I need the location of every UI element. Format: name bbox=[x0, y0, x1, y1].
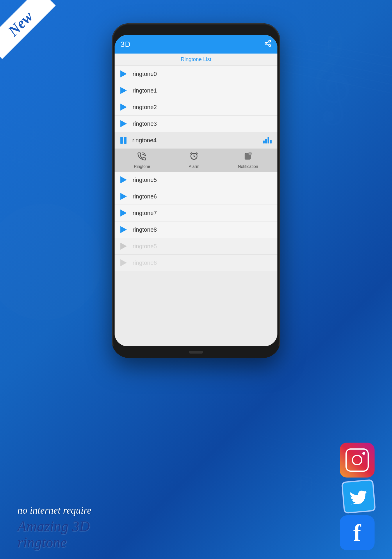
amazing-text: Amazing 3D ringtone bbox=[17, 518, 340, 550]
svg-line-31 bbox=[190, 153, 192, 154]
ringtone-action-label: Ringtone bbox=[134, 164, 150, 169]
pause-icon-4 bbox=[120, 137, 126, 144]
play-icon-0 bbox=[120, 70, 127, 77]
ringtone-item-7[interactable]: ringtone7 bbox=[115, 205, 277, 221]
new-banner-text: New bbox=[5, 8, 36, 40]
ringtone-item-8[interactable]: ringtone8 bbox=[115, 221, 277, 238]
ringtone-name-8: ringtone8 bbox=[133, 226, 272, 233]
notification-action-label: Notification bbox=[238, 164, 258, 169]
svg-line-9 bbox=[0, 125, 73, 154]
ringtone-item-0[interactable]: ringtone0 bbox=[115, 66, 277, 82]
phone-container: 3D Ringtone List bbox=[112, 23, 280, 358]
play-icon-5 bbox=[120, 176, 127, 183]
section-header: Ringtone List bbox=[115, 54, 277, 66]
ringtone-action[interactable]: Ringtone bbox=[134, 152, 150, 169]
alarm-action-icon bbox=[189, 152, 199, 163]
new-banner: New bbox=[0, 0, 67, 67]
play-icon-7 bbox=[120, 210, 127, 216]
svg-line-10 bbox=[0, 134, 73, 163]
ringtone-list: ringtone0 ringtone1 ringtone2 ringtone3 bbox=[115, 66, 277, 346]
no-internet-text: no internet require bbox=[17, 505, 340, 516]
ringtone-name-9: ringtone5 bbox=[133, 243, 272, 250]
alarm-action[interactable]: Alarm bbox=[189, 152, 199, 169]
svg-line-26 bbox=[267, 44, 269, 45]
facebook-letter: f bbox=[353, 521, 361, 544]
ringtone-name-0: ringtone0 bbox=[133, 71, 272, 77]
play-icon-9 bbox=[120, 243, 127, 250]
play-icon-10 bbox=[120, 259, 127, 266]
play-icon-6 bbox=[120, 193, 127, 200]
ringtone-item-4[interactable]: ringtone4 bbox=[115, 132, 277, 149]
section-header-text: Ringtone List bbox=[181, 56, 211, 62]
ringtone-name-4: ringtone4 bbox=[132, 137, 263, 144]
twitter-icon[interactable] bbox=[341, 479, 376, 514]
ringtone-name-7: ringtone7 bbox=[133, 210, 272, 216]
svg-line-30 bbox=[194, 156, 195, 157]
play-icon-3 bbox=[120, 120, 127, 127]
ringtone-name-3: ringtone3 bbox=[133, 120, 272, 127]
social-icons: f bbox=[340, 480, 375, 550]
phone-frame: 3D Ringtone List bbox=[112, 23, 280, 358]
ringtone-item-10[interactable]: ringtone6 bbox=[115, 255, 277, 271]
action-bar: Ringtone Alarm bbox=[115, 149, 277, 172]
notification-action[interactable]: Notification bbox=[238, 152, 258, 169]
svg-line-12 bbox=[0, 151, 73, 180]
notification-action-icon bbox=[243, 152, 253, 163]
svg-text:♪: ♪ bbox=[29, 124, 38, 143]
ringtone-item-5[interactable]: ringtone5 bbox=[115, 172, 277, 188]
play-icon-1 bbox=[120, 87, 127, 94]
amazing-text-line2: ringtone bbox=[17, 534, 67, 550]
ringtone-item-6[interactable]: ringtone6 bbox=[115, 188, 277, 205]
ringtone-name-6: ringtone6 bbox=[133, 193, 272, 200]
svg-line-11 bbox=[0, 143, 73, 172]
svg-text:♫: ♫ bbox=[320, 26, 342, 59]
app-header: 3D bbox=[115, 35, 277, 54]
svg-line-8 bbox=[0, 116, 73, 145]
svg-point-34 bbox=[248, 152, 252, 155]
svg-text:♫: ♫ bbox=[9, 145, 24, 167]
share-icon[interactable] bbox=[264, 40, 272, 49]
alarm-action-label: Alarm bbox=[189, 164, 199, 169]
instagram-icon[interactable] bbox=[340, 443, 375, 478]
facebook-icon[interactable]: f bbox=[340, 515, 375, 550]
svg-text:𝄞: 𝄞 bbox=[305, 28, 353, 126]
play-icon-2 bbox=[120, 104, 127, 111]
phone-bottom-bar bbox=[112, 346, 280, 358]
play-icon-8 bbox=[120, 226, 127, 233]
ringtone-item-1[interactable]: ringtone1 bbox=[115, 82, 277, 99]
ringtone-item-2[interactable]: ringtone2 bbox=[115, 99, 277, 116]
ringtone-name-10: ringtone6 bbox=[133, 260, 272, 266]
svg-line-27 bbox=[267, 42, 269, 43]
ringtone-action-icon bbox=[137, 152, 147, 163]
ringtone-name-5: ringtone5 bbox=[133, 177, 272, 183]
volume-indicator bbox=[263, 137, 272, 143]
ringtone-name-2: ringtone2 bbox=[133, 104, 272, 111]
svg-line-32 bbox=[196, 153, 197, 154]
app-title: 3D bbox=[120, 40, 131, 49]
svg-point-22 bbox=[0, 204, 102, 320]
home-button bbox=[189, 351, 203, 354]
bottom-text-area: no internet require Amazing 3D ringtone bbox=[17, 505, 340, 550]
phone-screen: 3D Ringtone List bbox=[115, 35, 277, 346]
ringtone-item-3[interactable]: ringtone3 bbox=[115, 116, 277, 132]
bottom-section: no internet require Amazing 3D ringtone … bbox=[17, 480, 375, 550]
ringtone-item-9[interactable]: ringtone5 bbox=[115, 238, 277, 255]
ringtone-name-1: ringtone1 bbox=[133, 87, 272, 94]
amazing-text-line1: Amazing 3D bbox=[17, 518, 90, 534]
